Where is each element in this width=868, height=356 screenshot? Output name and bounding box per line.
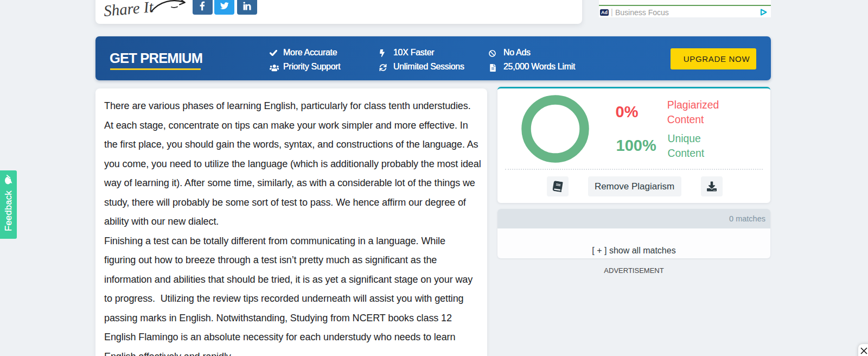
svg-text:Share It: Share It (103, 0, 155, 20)
